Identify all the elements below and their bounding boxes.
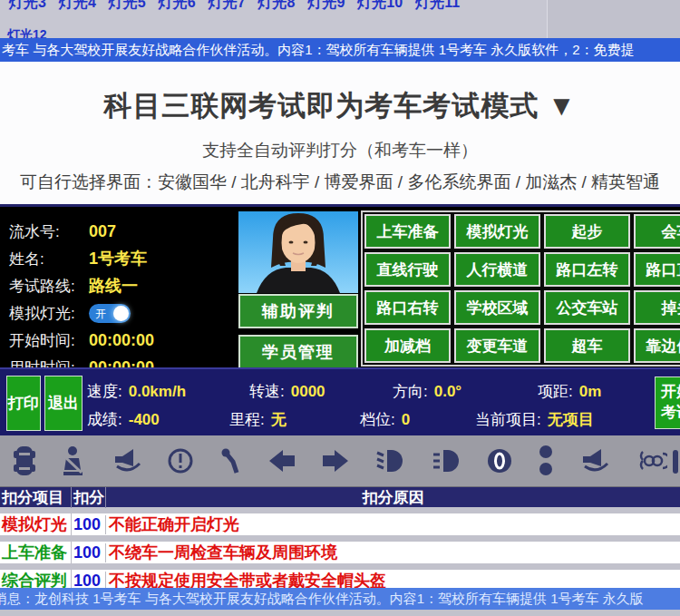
light-button-9[interactable]: 灯光9 [307,0,345,13]
distance-value: 0m [579,383,602,400]
light-button-11[interactable]: 灯光11 [415,0,460,13]
rear-fog-icon[interactable] [635,449,667,473]
speed-stat: 速度:0.0km/h [87,381,186,402]
rpm-stat: 转速:0000 [249,381,325,402]
item-pull-over[interactable]: 靠边停车 [634,328,680,363]
rpm-value: 0000 [291,383,325,400]
turn-right-icon[interactable] [321,448,350,474]
subtitle-auto-scoring: 支持全自动评判打分（和考车一样） [0,139,680,162]
item-straight-drive[interactable]: 直线行驶 [364,252,451,287]
table-row[interactable]: 模拟灯光 100 不能正确开启灯光 [0,513,680,535]
student-photo [238,211,358,293]
assist-judge-button[interactable]: 辅助评判 [238,294,358,328]
distance-label: 项距: [538,383,573,400]
start-exam-button[interactable]: 开始考试 [655,376,680,429]
route-field: 考试路线: 路线一 [9,272,236,299]
exam-item-grid: 上车准备 模拟灯光 起步 会车 直线行驶 人行横道 路口左转 路口直行 路口右转… [361,210,680,367]
table-row[interactable]: 上车准备 100 不绕车一周检查车辆及周围环境 [0,542,680,563]
clipped-edge-icon [673,448,680,475]
row-score: 100 [72,543,106,562]
exam-panel: 流水号: 007 姓名: 1号考车 考试路线: 路线一 模拟灯光: 开 开始时间… [0,204,680,367]
item-gear-change[interactable]: 加减档 [364,328,451,363]
item-overtake[interactable]: 超车 [544,328,630,363]
elapsed-time-field: 用时时间: 00:00:00 [9,354,236,367]
top-marquee: 考车 与各大驾校开展友好战略合作伙伴活动。内容1：驾校所有车辆提供 1号考车 永… [0,38,680,62]
mileage-value: 无 [271,411,287,428]
gear-value: 0 [402,411,410,428]
light-button-4[interactable]: 灯光4 [59,0,96,13]
serial-value: 007 [89,222,116,241]
driving-exam-app: 灯光3 灯光4 灯光5 灯光6 灯光7 灯光8 灯光9 灯光10 灯光11 灯光… [0,0,680,616]
item-bus-stop[interactable]: 公交车站 [544,290,630,325]
name-value: 1号考车 [89,248,147,269]
light-button-5[interactable]: 灯光5 [109,0,146,13]
route-value: 路线一 [89,275,138,297]
light-button-6[interactable]: 灯光6 [159,0,196,13]
fog-light-icon[interactable] [486,447,513,474]
item-right-turn[interactable]: 路口右转 [364,290,451,325]
start-time-field: 开始时间: 00:00:00 [9,327,236,354]
page-title[interactable]: 科目三联网考试即为考车考试模式 ▼ [0,62,680,125]
item-u-turn[interactable]: 掉头 [634,290,680,325]
current-item-value: 无项目 [548,411,594,428]
route-label: 考试路线: [9,276,89,297]
speed-value: 0.0km/h [129,383,186,400]
light-button-strip: 灯光3 灯光4 灯光5 灯光6 灯光7 灯光8 灯光9 灯光10 灯光11 灯光… [0,0,680,38]
item-board-prep[interactable]: 上车准备 [364,214,451,249]
header-item: 扣分项目 [0,487,72,508]
deduction-table: 扣分项目 扣分 扣分原因 模拟灯光 100 不能正确开启灯光 上车准备 100 … [0,487,680,592]
page-header: 科目三联网考试即为考车考试模式 ▼ 支持全自动评判打分（和考车一样） 可自行选择… [0,62,680,204]
horn-icon[interactable] [112,448,142,474]
print-button[interactable]: 打印 [6,376,41,431]
exam-info-fields: 流水号: 007 姓名: 1号考车 考试路线: 路线一 模拟灯光: 开 开始时间… [9,218,236,367]
item-start-off[interactable]: 起步 [544,214,630,249]
direction-label: 方向: [393,383,428,400]
score-label: 成绩: [87,411,122,428]
horn-icon-2[interactable] [579,448,610,474]
vehicle-icon-toolbar [0,435,680,487]
turn-left-icon[interactable] [267,448,296,474]
light-button-12[interactable]: 灯光12 [7,27,47,38]
row-score: 100 [72,515,106,534]
gear-stat: 档位:0 [360,409,410,430]
light-button-10[interactable]: 灯光10 [357,0,403,13]
item-lane-change[interactable]: 变更车道 [454,328,540,363]
score-value: -400 [129,411,160,428]
light-button-7[interactable]: 灯光7 [209,0,246,13]
direction-value: 0.0° [434,383,461,400]
toggle-on-label: 开 [95,307,106,322]
sim-light-toggle[interactable]: 开 [89,304,131,323]
item-straight-cross[interactable]: 路口直行 [634,252,680,287]
student-manage-button[interactable]: 学员管理 [238,335,358,367]
seatbelt-icon[interactable] [61,445,86,476]
current-item-label: 当前项目: [475,411,541,428]
distance-stat: 项距:0m [538,381,601,402]
car-icon[interactable] [13,445,36,476]
row-reason: 不绕车一周检查车辆及周围环境 [106,542,680,563]
deduction-table-header: 扣分项目 扣分 扣分原因 [0,487,680,507]
brake-warning-icon[interactable] [167,447,194,474]
wiper-lever-icon[interactable] [219,447,242,474]
item-sim-lights[interactable]: 模拟灯光 [454,214,540,249]
row-reason: 不能正确开启灯光 [106,513,680,535]
item-school-zone[interactable]: 学校区域 [454,290,540,325]
rpm-label: 转速: [249,383,285,400]
item-crosswalk[interactable]: 人行横道 [454,252,540,287]
elapsed-time-value: 00:00:00 [89,358,154,368]
status-bar: 打印 退出 速度:0.0km/h 转速:0000 方向:0.0° 项距:0m 成… [0,367,680,435]
light-button-3[interactable]: 灯光3 [9,0,46,13]
score-stat: 成绩:-400 [87,409,160,430]
sim-light-field: 模拟灯光: 开 [9,299,236,327]
exit-button[interactable]: 退出 [44,376,83,431]
light-button-8[interactable]: 灯光8 [258,0,296,13]
high-beam-icon[interactable] [431,448,461,474]
elapsed-time-label: 用时时间: [9,357,89,368]
item-left-turn[interactable]: 路口左转 [544,252,630,287]
portrait-image [238,211,358,293]
item-meeting-car[interactable]: 会车 [634,214,680,249]
low-beam-icon[interactable] [374,448,405,474]
start-time-value: 00:00:00 [89,331,154,350]
vertical-divider [547,0,548,38]
alternate-lights-icon[interactable] [538,445,554,477]
header-score: 扣分 [72,487,106,508]
